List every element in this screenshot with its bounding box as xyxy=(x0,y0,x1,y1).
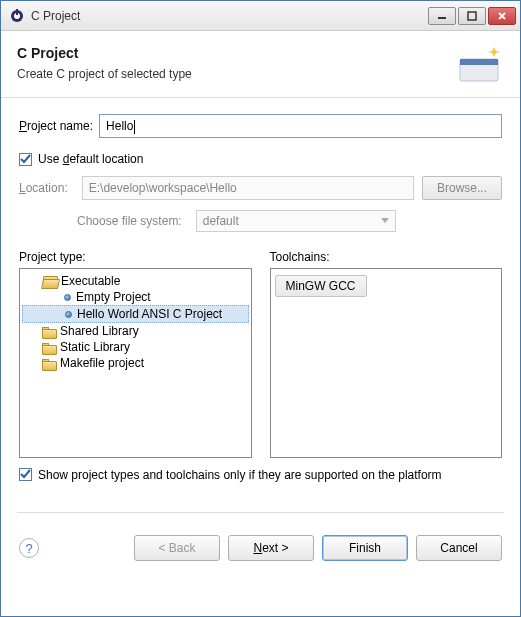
toolchain-item[interactable]: MinGW GCC xyxy=(275,275,367,297)
close-button[interactable] xyxy=(488,7,516,25)
location-label: Location: xyxy=(19,181,68,195)
svg-rect-8 xyxy=(460,59,498,65)
wizard-banner-icon xyxy=(456,43,504,85)
tree-item-label: Executable xyxy=(61,274,120,288)
help-button[interactable]: ? xyxy=(19,538,39,558)
tree-item[interactable]: Executable xyxy=(22,273,249,289)
project-template-icon xyxy=(63,309,73,319)
tree-item[interactable]: Static Library xyxy=(22,339,249,355)
project-template-icon xyxy=(62,292,72,302)
tree-item[interactable]: Hello World ANSI C Project xyxy=(22,305,249,323)
location-input: E:\develop\workspace\Hello xyxy=(82,176,414,200)
page-description: Create C project of selected type xyxy=(17,67,504,81)
toolchains-list[interactable]: MinGW GCC xyxy=(270,268,503,458)
title-bar[interactable]: C Project xyxy=(1,1,520,31)
tree-item-label: Empty Project xyxy=(76,290,151,304)
cancel-button[interactable]: Cancel xyxy=(416,535,502,561)
finish-button[interactable]: Finish xyxy=(322,535,408,561)
tree-item[interactable]: Makefile project xyxy=(22,355,249,371)
tree-item-label: Hello World ANSI C Project xyxy=(77,307,222,321)
app-icon xyxy=(9,8,25,24)
type-toolchain-columns: Project type: ExecutableEmpty ProjectHel… xyxy=(19,250,502,458)
next-button[interactable]: Next > xyxy=(228,535,314,561)
filesystem-row: Choose file system: default xyxy=(77,210,502,232)
location-row: Location: E:\develop\workspace\Hello Bro… xyxy=(19,176,502,200)
folder-icon xyxy=(42,358,56,369)
back-button: < Back xyxy=(134,535,220,561)
separator xyxy=(17,512,504,513)
dialog-footer: ? < Back Next > Finish Cancel xyxy=(1,525,520,575)
filter-checkbox[interactable] xyxy=(19,468,32,481)
filter-label: Show project types and toolchains only i… xyxy=(38,468,442,482)
footer-buttons: < Back Next > Finish Cancel xyxy=(134,535,502,561)
tree-item-label: Static Library xyxy=(60,340,130,354)
project-name-input[interactable]: Hello xyxy=(99,114,502,138)
page-title: C Project xyxy=(17,45,504,61)
project-type-column: Project type: ExecutableEmpty ProjectHel… xyxy=(19,250,252,458)
filesystem-label: Choose file system: xyxy=(77,214,182,228)
project-type-tree[interactable]: ExecutableEmpty ProjectHello World ANSI … xyxy=(19,268,252,458)
folder-icon xyxy=(42,342,56,353)
dialog-body: Project name: Hello Use default location… xyxy=(1,98,520,525)
project-name-row: Project name: Hello xyxy=(19,114,502,138)
toolchains-column: Toolchains: MinGW GCC xyxy=(270,250,503,458)
browse-button: Browse... xyxy=(422,176,502,200)
project-type-label: Project type: xyxy=(19,250,252,264)
dialog-window: C Project C Project Create C project of … xyxy=(0,0,521,617)
window-buttons xyxy=(428,7,516,25)
maximize-button[interactable] xyxy=(458,7,486,25)
tree-item[interactable]: Empty Project xyxy=(22,289,249,305)
svg-rect-2 xyxy=(16,9,18,15)
svg-rect-4 xyxy=(468,12,476,20)
svg-marker-9 xyxy=(381,218,389,223)
folder-icon xyxy=(42,326,56,337)
chevron-down-icon xyxy=(381,218,389,224)
tree-item-label: Shared Library xyxy=(60,324,139,338)
minimize-button[interactable] xyxy=(428,7,456,25)
project-name-label: Project name: xyxy=(19,119,93,133)
toolchains-label: Toolchains: xyxy=(270,250,503,264)
filter-row: Show project types and toolchains only i… xyxy=(19,468,502,482)
tree-item-label: Makefile project xyxy=(60,356,144,370)
use-default-location-checkbox[interactable] xyxy=(19,153,32,166)
wizard-header: C Project Create C project of selected t… xyxy=(1,31,520,98)
window-title: C Project xyxy=(31,9,428,23)
use-default-location-row: Use default location xyxy=(19,152,502,166)
use-default-location-label: Use default location xyxy=(38,152,143,166)
folder-open-icon xyxy=(42,276,57,287)
tree-item[interactable]: Shared Library xyxy=(22,323,249,339)
filesystem-select: default xyxy=(196,210,396,232)
